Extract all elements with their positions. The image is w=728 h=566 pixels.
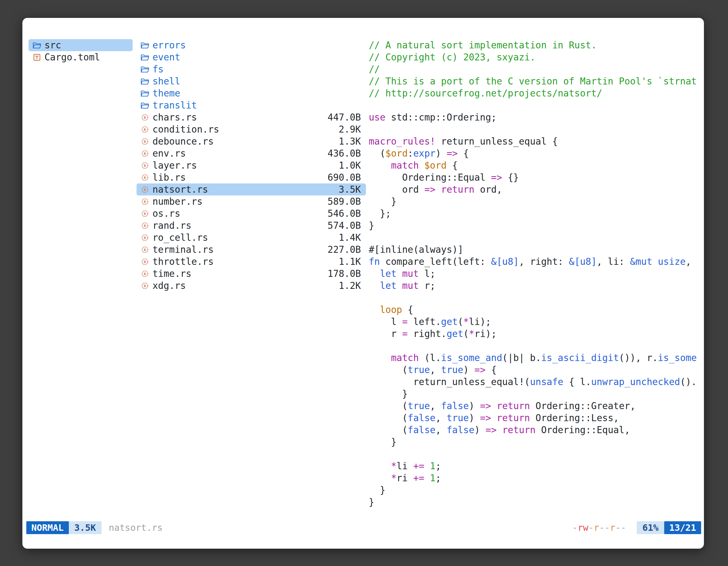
folder-open-icon [140,101,149,110]
file-item[interactable]: Rro_cell.rs1.4K [137,232,366,244]
code-line: l = left.get(*li); [369,316,701,328]
file-name: natsort.rs [152,184,208,195]
file-item[interactable]: Rthrottle.rs1.1K [137,256,366,268]
file-size: 447.0B [328,112,361,123]
scroll-percent-chip: 61% [637,521,664,534]
file-item[interactable]: Rtime.rs178.0B [137,268,366,280]
file-size: 2.9K [339,124,361,135]
dir-item[interactable]: shell [137,75,366,87]
code-line: (false, false) => return Ordering::Equal… [369,424,701,436]
row-left: Rrand.rs [140,220,191,231]
code-line: ord => return ord, [369,184,701,196]
svg-text:R: R [144,115,146,119]
row-left: Rtime.rs [140,268,191,279]
rust-file-icon: R [140,269,149,278]
file-item[interactable]: Renv.rs436.0B [137,147,366,159]
rust-file-icon: R [140,257,149,266]
file-name: theme [152,88,180,99]
code-line: // [369,63,701,75]
dir-item[interactable]: event [137,51,366,63]
code-line: match $ord { [369,159,701,172]
row-left: Cargo.toml [32,52,100,63]
svg-text:R: R [144,224,146,228]
file-item[interactable]: Rterminal.rs227.0B [137,244,366,256]
file-size: 589.0B [328,196,361,207]
code-line: use std::cmp::Ordering; [369,111,701,123]
row-left: Rthrottle.rs [140,256,214,267]
yazi-window: srcCargo.toml errorseventfsshellthemetra… [22,18,704,549]
file-name: event [152,52,180,63]
file-name: os.rs [152,208,180,219]
file-size: 1.2K [339,280,361,291]
row-left: Rterminal.rs [140,244,214,255]
file-item[interactable]: Rnumber.rs589.0B [137,196,366,208]
row-left: errors [140,40,186,51]
code-line [369,123,701,135]
status-filename: natsort.rs [109,522,163,533]
toml-file-icon [32,53,41,62]
code-line: } [369,484,701,496]
mode-badge: NORMAL [26,521,69,534]
file-name: src [44,40,61,51]
svg-text:R: R [144,163,146,168]
file-item[interactable]: Rnatsort.rs3.5K [137,184,366,196]
file-item[interactable]: Ros.rs546.0B [137,208,366,220]
code-line: (true, true) => { [369,364,701,376]
dir-item[interactable]: errors [137,39,366,51]
file-name: lib.rs [152,172,186,183]
row-left: fs [140,64,164,75]
cursor-position-badge: 13/21 [664,521,701,534]
dir-item[interactable]: translit [137,99,366,111]
svg-text:R: R [144,139,146,144]
rust-file-icon: R [140,245,149,254]
file-name: debounce.rs [152,136,214,147]
file-name: rand.rs [152,220,191,231]
row-left: Rnumber.rs [140,196,203,207]
file-size: 574.0B [328,220,361,231]
svg-text:R: R [144,212,146,216]
code-line: (false, true) => return Ordering::Less, [369,412,701,424]
folder-open-icon [140,41,149,50]
file-name: layer.rs [152,160,197,171]
file-item[interactable]: Rcondition.rs2.9K [137,123,366,135]
code-line: macro_rules! return_unless_equal { [369,135,701,147]
file-item[interactable]: Cargo.toml [29,51,133,63]
file-item[interactable]: Rxdg.rs1.2K [137,280,366,292]
code-line: return_unless_equal!(unsafe { l.unwrap_u… [369,376,701,388]
code-line: *ri += 1; [369,472,701,484]
file-name: translit [152,100,197,111]
folder-open-icon [140,89,149,98]
rust-file-icon: R [140,197,149,206]
dir-item[interactable]: theme [137,87,366,99]
current-pane: errorseventfsshellthemetranslitRchars.rs… [137,39,366,292]
rust-file-icon: R [140,149,149,158]
row-left: Rnatsort.rs [140,184,208,195]
dir-item[interactable]: fs [137,63,366,75]
svg-text:R: R [144,127,146,132]
file-item[interactable]: Rlayer.rs1.0K [137,159,366,172]
svg-text:R: R [144,248,146,252]
code-line: } [369,496,701,508]
file-item[interactable]: Rrand.rs574.0B [137,220,366,232]
file-item[interactable]: Rdebounce.rs1.3K [137,135,366,147]
code-line: } [369,436,701,448]
dir-item[interactable]: src [29,39,133,51]
file-size: 690.0B [328,172,361,183]
file-name: xdg.rs [152,280,186,291]
file-name: ro_cell.rs [152,232,208,243]
code-line: Ordering::Equal => {} [369,172,701,184]
code-line: // Copyright (c) 2023, sxyazi. [369,51,701,63]
file-name: env.rs [152,148,186,159]
file-item[interactable]: Rchars.rs447.0B [137,111,366,123]
code-line: // http://sourcefrog.net/projects/natsor… [369,87,701,99]
svg-text:R: R [144,236,146,240]
row-left: Ros.rs [140,208,180,219]
file-name: fs [152,64,164,75]
code-line: loop { [369,304,701,316]
row-left: theme [140,88,180,99]
svg-text:R: R [144,187,146,192]
file-name: terminal.rs [152,244,214,255]
file-item[interactable]: Rlib.rs690.0B [137,172,366,184]
rust-file-icon: R [140,125,149,134]
rust-file-icon: R [140,173,149,182]
